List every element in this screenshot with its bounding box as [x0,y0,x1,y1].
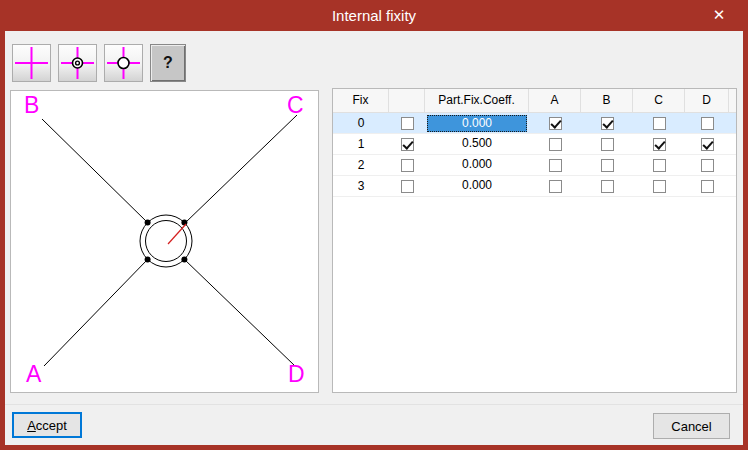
fix-a-cell [529,155,581,175]
member-a-end-dot [145,256,151,262]
table-header: FixPart.Fix.Coeff.ABCD [333,89,736,113]
fix-d-cell [685,176,729,196]
column-header-d: D [685,89,729,112]
column-header-fix: Fix [333,89,389,112]
member-b-end-dot [145,220,151,226]
member-label-d: D [288,361,305,387]
fix-c-checkbox[interactable] [653,180,666,193]
row-active-cell [389,176,425,196]
dialog-client-area: ? B C A D FixPart.Fix.Coeff [5,31,743,445]
titlebar: Internal fixity ✕ [5,0,743,31]
fix-a-cell [529,176,581,196]
fix-c-checkbox[interactable] [653,159,666,172]
fix-d-checkbox[interactable] [701,138,714,151]
member-label-b: B [24,92,39,118]
coeff-cell: 0.000 [425,176,529,196]
row-active-cell [389,113,425,133]
member-label-c: C [287,92,304,118]
member-c-end-dot [181,220,187,226]
fix-c-checkbox[interactable] [653,138,666,151]
column-header-b: B [581,89,633,112]
fix-a-cell [529,134,581,154]
crosshair-circle-icon [105,45,142,81]
coeff-cell: 0.000 [425,155,529,175]
fixity-hinge-target-button[interactable] [58,44,97,82]
accept-button[interactable]: Accept [12,412,82,438]
fix-d-cell [685,134,729,154]
row-spacer [729,113,736,133]
selection-pointer-line [168,224,186,244]
table-row[interactable]: 30.000 [333,176,736,197]
member-label-a: A [26,361,42,387]
column-header-a: A [529,89,581,112]
row-active-checkbox[interactable] [401,159,414,172]
fix-b-checkbox[interactable] [601,138,614,151]
inner-node-circle [146,221,187,262]
partial-fixity-coeff-value[interactable]: 0.500 [427,136,527,153]
fix-c-checkbox[interactable] [653,117,666,130]
fix-c-cell [633,113,685,133]
row-spacer [729,155,736,175]
row-active-cell [389,134,425,154]
cancel-button[interactable]: Cancel [653,413,730,439]
coeff-cell: 0.500 [425,134,529,154]
fix-d-checkbox[interactable] [701,117,714,130]
help-button[interactable]: ? [150,44,186,82]
row-active-checkbox[interactable] [401,138,414,151]
crosshair-target-icon [59,45,96,81]
fixity-hinge-circle-button[interactable] [104,44,143,82]
member-d-end-dot [181,256,187,262]
row-active-cell [389,155,425,175]
partial-fixity-coeff-value[interactable]: 0.000 [427,157,527,174]
fix-b-cell [581,155,633,175]
column-header-part-fix-coeff-: Part.Fix.Coeff. [425,89,529,112]
fixity-diagram: B C A D [11,91,318,392]
fix-b-cell [581,134,633,154]
fix-c-cell [633,134,685,154]
fix-a-checkbox[interactable] [549,138,562,151]
fix-a-checkbox[interactable] [549,180,562,193]
dialog-window: Internal fixity ✕ [0,0,748,450]
table-row[interactable]: 10.500 [333,134,736,155]
close-icon[interactable]: ✕ [697,0,741,30]
fix-b-checkbox[interactable] [601,180,614,193]
fix-number-cell: 0 [333,113,389,133]
row-active-checkbox[interactable] [401,180,414,193]
column-header-active [389,89,425,112]
fixity-table-panel: FixPart.Fix.Coeff.ABCD 00.00010.50020.00… [332,88,737,393]
table-body: 00.00010.50020.00030.000 [333,113,736,197]
partial-fixity-coeff-value[interactable]: 0.000 [427,178,527,195]
row-spacer [729,134,736,154]
row-spacer [729,176,736,196]
column-header-active [729,89,736,112]
fix-b-checkbox[interactable] [601,117,614,130]
fix-d-cell [685,113,729,133]
fix-a-checkbox[interactable] [549,117,562,130]
fix-b-cell [581,113,633,133]
table-row[interactable]: 00.000 [333,113,736,134]
fix-c-cell [633,176,685,196]
fixity-diagram-panel: B C A D [10,90,319,393]
fix-number-cell: 2 [333,155,389,175]
crosshair-icon [13,45,50,81]
fix-b-cell [581,176,633,196]
fix-a-checkbox[interactable] [549,159,562,172]
fix-number-cell: 1 [333,134,389,154]
fix-d-checkbox[interactable] [701,159,714,172]
footer-divider [5,404,743,405]
fix-number-cell: 3 [333,176,389,196]
fix-a-cell [529,113,581,133]
fix-d-cell [685,155,729,175]
fix-d-checkbox[interactable] [701,180,714,193]
fixity-rigid-button[interactable] [12,44,51,82]
window-title: Internal fixity [332,7,416,24]
row-active-checkbox[interactable] [401,117,414,130]
column-header-c: C [633,89,685,112]
toolbar: ? [12,44,186,82]
fix-c-cell [633,155,685,175]
coeff-cell: 0.000 [425,113,529,133]
table-row[interactable]: 20.000 [333,155,736,176]
fix-b-checkbox[interactable] [601,159,614,172]
partial-fixity-coeff-value[interactable]: 0.000 [427,115,527,132]
